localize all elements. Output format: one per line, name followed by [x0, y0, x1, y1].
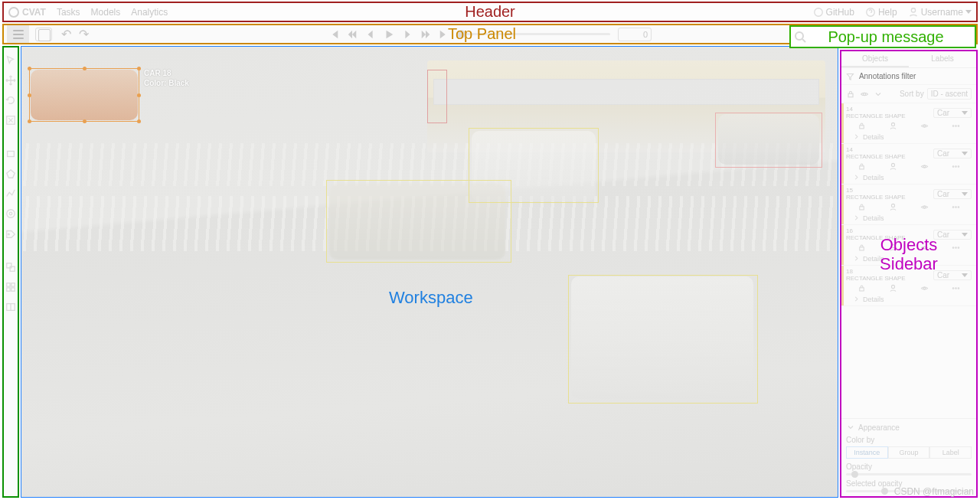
lock-all-icon[interactable]: [846, 90, 855, 99]
nav-tasks[interactable]: Tasks: [57, 7, 80, 18]
objects-filter[interactable]: [841, 68, 976, 85]
selected-opacity-handle[interactable]: [881, 488, 888, 495]
object-label-select[interactable]: Car: [933, 189, 972, 199]
object-details-toggle[interactable]: Details: [846, 132, 972, 141]
step-fwd-many-icon[interactable]: [420, 29, 431, 40]
points-tool-icon[interactable]: [5, 208, 16, 219]
more-icon[interactable]: [952, 243, 960, 252]
resize-handle[interactable]: [28, 93, 31, 97]
more-icon[interactable]: [952, 203, 960, 211]
more-icon[interactable]: [952, 284, 960, 292]
nav-analytics[interactable]: Analytics: [131, 7, 168, 18]
image-canvas[interactable]: CAR 18 Color: Black: [21, 47, 838, 497]
polygon-tool-icon[interactable]: [5, 168, 16, 179]
hidden-icon[interactable]: [920, 203, 929, 211]
bbox-car-4[interactable]: [715, 113, 822, 168]
more-icon[interactable]: [952, 162, 960, 171]
search-icon[interactable]: [794, 31, 806, 43]
object-item[interactable]: 16RECTANGLE SHAPECarDetails: [841, 225, 976, 266]
logo[interactable]: CVAT: [8, 7, 46, 18]
move-icon[interactable]: [5, 75, 16, 86]
occluded-icon[interactable]: [889, 122, 897, 130]
bbox-car-3[interactable]: [326, 180, 511, 263]
step-fwd-icon[interactable]: [402, 29, 413, 40]
polyline-tool-icon[interactable]: [5, 188, 16, 199]
occluded-icon[interactable]: [889, 162, 897, 171]
object-details-toggle[interactable]: Details: [846, 254, 972, 263]
object-label-select[interactable]: Car: [933, 149, 972, 158]
occluded-icon[interactable]: [889, 284, 897, 292]
lock-icon[interactable]: [858, 122, 866, 130]
undo-button[interactable]: ↶: [61, 27, 71, 41]
object-details-toggle[interactable]: Details: [846, 173, 972, 181]
resize-handle[interactable]: [83, 119, 87, 123]
colorby-label-btn[interactable]: Label: [929, 446, 972, 459]
object-label-select[interactable]: Car: [933, 230, 972, 240]
help-link[interactable]: Help: [865, 7, 897, 18]
nav-models[interactable]: Models: [91, 7, 121, 18]
resize-handle[interactable]: [137, 119, 141, 123]
frame-number-input[interactable]: 0: [618, 28, 652, 41]
lock-icon[interactable]: [858, 162, 866, 171]
object-item[interactable]: 15RECTANGLE SHAPECarDetails: [841, 185, 976, 225]
frame-slider[interactable]: [457, 33, 610, 35]
cursor-icon[interactable]: [5, 55, 16, 66]
object-details-toggle[interactable]: Details: [846, 295, 972, 303]
github-link[interactable]: GitHub: [813, 7, 854, 18]
object-label-select[interactable]: Car: [933, 270, 972, 280]
hidden-icon[interactable]: [920, 243, 929, 252]
hide-all-icon[interactable]: [860, 90, 869, 99]
first-frame-icon[interactable]: [328, 29, 339, 40]
rectangle-tool-icon[interactable]: [5, 149, 16, 159]
hidden-icon[interactable]: [920, 162, 929, 171]
resize-handle[interactable]: [28, 67, 31, 70]
bbox-person[interactable]: [427, 70, 447, 123]
appearance-toggle[interactable]: Appearance: [846, 423, 972, 432]
step-back-many-icon[interactable]: [347, 29, 358, 40]
hidden-icon[interactable]: [920, 284, 929, 292]
user-menu[interactable]: Username: [908, 7, 972, 18]
merge-tool-icon[interactable]: [5, 262, 16, 273]
tag-tool-icon[interactable]: [5, 228, 16, 239]
hidden-icon[interactable]: [920, 122, 929, 130]
tab-labels[interactable]: Labels: [909, 51, 976, 67]
object-label-select[interactable]: Car: [933, 108, 972, 118]
occluded-icon[interactable]: [889, 243, 897, 252]
object-item[interactable]: 14RECTANGLE SHAPECarDetails: [841, 144, 976, 185]
resize-handle[interactable]: [137, 67, 141, 70]
more-icon[interactable]: [952, 122, 960, 130]
object-item[interactable]: 14RECTANGLE SHAPECarDetails: [841, 103, 976, 144]
filter-input[interactable]: [858, 71, 972, 81]
group-tool-icon[interactable]: [5, 282, 16, 292]
last-frame-icon[interactable]: [439, 29, 449, 40]
frame-slider-handle[interactable]: [457, 30, 466, 38]
object-details-toggle[interactable]: Details: [846, 214, 972, 222]
redo-button[interactable]: ↷: [79, 27, 89, 41]
lock-icon[interactable]: [858, 243, 866, 252]
save-button[interactable]: [35, 28, 52, 41]
svg-point-35: [958, 207, 959, 208]
expand-all-icon[interactable]: [874, 90, 883, 99]
step-back-icon[interactable]: [365, 29, 376, 40]
bbox-car-5[interactable]: [568, 275, 758, 404]
colorby-instance[interactable]: Instance: [846, 446, 888, 459]
lock-icon[interactable]: [858, 203, 866, 211]
colorby-group[interactable]: Group: [888, 446, 930, 459]
tab-objects[interactable]: Objects: [841, 51, 909, 67]
workspace[interactable]: CAR 18 Color: Black Workspace: [21, 46, 838, 498]
fit-icon[interactable]: [5, 115, 16, 126]
occluded-icon[interactable]: [889, 203, 897, 211]
resize-handle[interactable]: [137, 93, 141, 97]
resize-handle[interactable]: [28, 119, 31, 123]
play-icon[interactable]: [384, 29, 394, 40]
menu-button[interactable]: [7, 25, 29, 43]
opacity-handle[interactable]: [851, 471, 858, 478]
sort-select[interactable]: ID - ascent: [927, 88, 972, 100]
rotate-icon[interactable]: [5, 95, 16, 106]
opacity-slider[interactable]: [846, 473, 972, 475]
bbox-selected[interactable]: [29, 68, 139, 122]
split-tool-icon[interactable]: [5, 302, 16, 312]
resize-handle[interactable]: [83, 67, 87, 70]
lock-icon[interactable]: [858, 284, 866, 292]
object-item[interactable]: 18RECTANGLE SHAPECarDetails: [841, 266, 976, 306]
